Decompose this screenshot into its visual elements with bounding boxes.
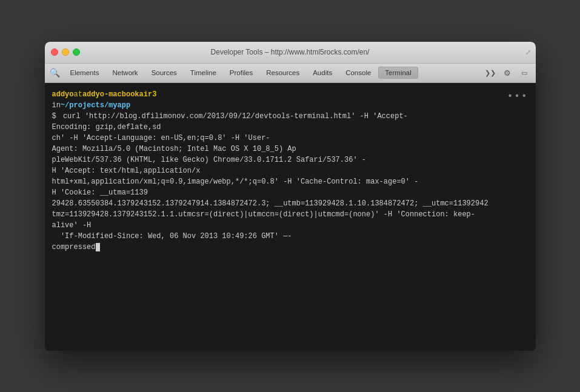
tab-elements[interactable]: Elements	[64, 67, 105, 78]
tab-timeline[interactable]: Timeline	[184, 67, 222, 78]
titlebar: Developer Tools – http://www.html5rocks.…	[45, 42, 536, 64]
prompt-path: ~/projects/myapp	[61, 100, 130, 111]
devtools-window: Developer Tools – http://www.html5rocks.…	[45, 42, 536, 351]
window-title: Developer Tools – http://www.html5rocks.…	[211, 48, 370, 56]
maximize-button[interactable]	[73, 48, 80, 56]
dock-icon[interactable]: ▭	[518, 66, 531, 79]
prompt-line: addyo at addyo-macbookair3	[52, 89, 528, 100]
execute-icon[interactable]: ❯❯	[484, 66, 497, 79]
close-button[interactable]	[51, 48, 58, 56]
minimize-button[interactable]	[62, 48, 69, 56]
prompt-in: in	[52, 100, 61, 111]
prompt-at: at	[74, 89, 82, 100]
tab-audits[interactable]: Audits	[307, 67, 338, 78]
search-icon[interactable]: 🔍	[50, 67, 61, 78]
terminal-area[interactable]: ••• addyo at addyo-macbookair3 in ~/proj…	[45, 83, 536, 351]
settings-icon[interactable]: ⚙	[501, 66, 514, 79]
tab-console[interactable]: Console	[339, 67, 377, 78]
terminal-dots: •••	[507, 89, 528, 104]
prompt-user: addyo	[52, 89, 74, 100]
prompt-host: addyo-macbookair3	[82, 89, 156, 100]
tab-network[interactable]: Network	[106, 67, 144, 78]
prompt-path-line: in ~/projects/myapp	[52, 100, 528, 111]
tab-sources[interactable]: Sources	[145, 67, 183, 78]
tab-profiles[interactable]: Profiles	[224, 67, 259, 78]
resize-icon[interactable]: ⤢	[525, 48, 531, 56]
terminal-command: $ curl 'http://blog.dfilimonov.com/2013/…	[52, 111, 528, 253]
cursor	[96, 243, 100, 251]
tab-terminal[interactable]: Terminal	[378, 67, 418, 79]
toolbar: 🔍 Elements Network Sources Timeline Prof…	[45, 64, 536, 83]
tab-resources[interactable]: Resources	[260, 67, 305, 78]
toolbar-icons: ❯❯ ⚙ ▭	[484, 66, 531, 79]
traffic-lights	[51, 48, 80, 56]
